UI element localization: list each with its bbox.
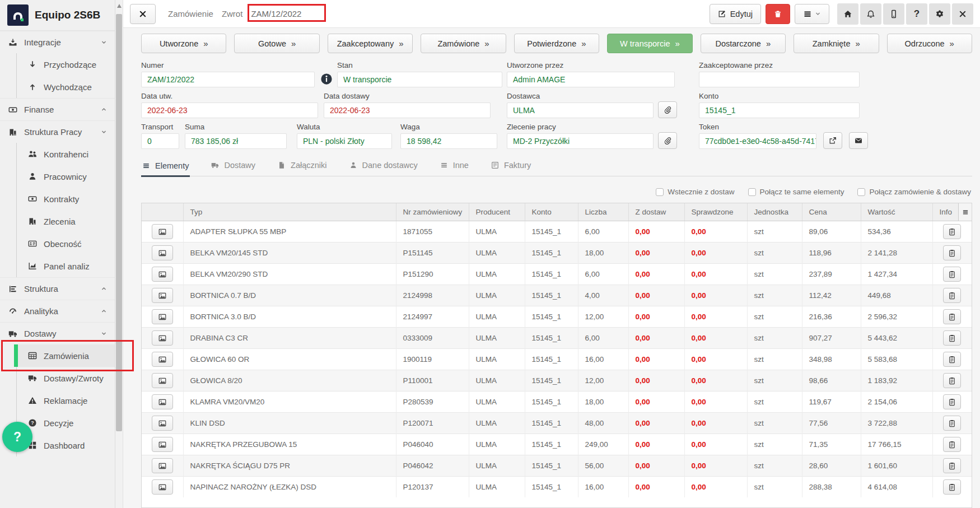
- table-row[interactable]: BORTNICA 0.7 B/D 2124998 ULMA 15145_1 4,…: [142, 285, 972, 306]
- sidebar-item-reklamacje[interactable]: Reklamacje: [17, 389, 115, 412]
- column-liczba[interactable]: Liczba: [578, 203, 628, 221]
- table-row[interactable]: BELKA VM20/145 STD P151145 ULMA 15145_1 …: [142, 243, 972, 264]
- sidebar-item-obecnosc[interactable]: Obecność: [17, 232, 115, 255]
- row-info-button[interactable]: [943, 224, 961, 239]
- sidebar-item-przychodzace[interactable]: Przychodzące: [17, 53, 115, 76]
- status-odrzucone-button[interactable]: Odrzucone»: [887, 34, 972, 53]
- row-image-button[interactable]: [152, 288, 173, 303]
- tab-zalaczniki[interactable]: Załączniki: [277, 156, 328, 176]
- status-gotowe-button[interactable]: Gotowe»: [234, 34, 319, 53]
- menu-dropdown-button[interactable]: [795, 4, 829, 24]
- row-info-button[interactable]: [943, 416, 961, 431]
- token-mail-button[interactable]: [849, 132, 868, 149]
- status-zamowione-button[interactable]: Zamówione»: [421, 34, 506, 53]
- column-nr-zamowieniowy[interactable]: Nr zamówieniowy: [396, 203, 469, 221]
- help-button[interactable]: ?: [906, 3, 927, 25]
- checkbox-icon[interactable]: [656, 188, 664, 196]
- sidebar-item-wychodzace[interactable]: Wychodzące: [17, 76, 115, 98]
- delete-button[interactable]: [766, 4, 790, 24]
- data-utw-value[interactable]: 2022-06-23: [141, 102, 318, 118]
- settings-button[interactable]: [929, 3, 950, 25]
- stan-value[interactable]: W transporcie: [337, 72, 502, 87]
- scrollbar-up-arrow-icon[interactable]: [117, 4, 122, 8]
- row-info-button[interactable]: [943, 394, 961, 409]
- table-row[interactable]: ADAPTER SŁUPKA 55 MBP 1871055 ULMA 15145…: [142, 221, 972, 243]
- sidebar-item-kontrakty[interactable]: Kontrakty: [17, 188, 115, 210]
- row-image-button[interactable]: [152, 245, 173, 260]
- table-row[interactable]: KLAMRA VM20/VM20 P280539 ULMA 15145_1 18…: [142, 392, 972, 413]
- dostawca-link-button[interactable]: [658, 101, 677, 118]
- row-image-button[interactable]: [152, 224, 173, 239]
- close-window-button[interactable]: [952, 3, 973, 25]
- sidebar-item-struktura[interactable]: Struktura: [0, 277, 115, 300]
- status-zamkniete-button[interactable]: Zamknięte»: [794, 34, 879, 53]
- row-info-button[interactable]: [943, 288, 961, 303]
- tab-inne[interactable]: Inne: [439, 156, 470, 176]
- table-row[interactable]: NAKRĘTKA PRZEGUBOWA 15 P046040 ULMA 1514…: [142, 434, 972, 455]
- waluta-value[interactable]: PLN - polski Złoty: [297, 133, 392, 149]
- column-sprawdzone[interactable]: Sprawdzone: [684, 203, 747, 221]
- tab-dostawy[interactable]: Dostawy: [210, 156, 256, 176]
- column-jednostka[interactable]: Jednostka: [747, 203, 802, 221]
- column-cena[interactable]: Cena: [802, 203, 861, 221]
- sidebar-item-decyzje[interactable]: Decyzje: [17, 412, 115, 434]
- row-image-button[interactable]: [152, 352, 173, 367]
- sidebar-item-dostawy-zwroty[interactable]: Dostawy/Zwroty: [17, 367, 115, 389]
- dostawca-value[interactable]: ULMA: [507, 102, 654, 118]
- table-row[interactable]: BORTNICA 3.0 B/D 2124997 ULMA 15145_1 12…: [142, 306, 972, 328]
- utworzone-przez-value[interactable]: Admin AMAGE: [507, 72, 675, 87]
- konto-value[interactable]: 15145_1: [699, 102, 860, 118]
- option-polacz-te-same-elementy[interactable]: Połącz te same elementy: [748, 188, 844, 196]
- row-image-button[interactable]: [152, 309, 173, 324]
- row-info-button[interactable]: [943, 330, 961, 346]
- mobile-button[interactable]: [883, 3, 904, 25]
- sidebar-item-finanse[interactable]: Finanse: [0, 98, 115, 120]
- column-producent[interactable]: Producent: [469, 203, 525, 221]
- checkbox-icon[interactable]: [748, 188, 756, 196]
- sidebar-item-analityka[interactable]: Analityka: [0, 300, 115, 322]
- row-image-button[interactable]: [152, 394, 173, 409]
- sidebar-item-zamowienia[interactable]: Zamówienia: [17, 344, 115, 367]
- help-bubble-button[interactable]: ?: [2, 422, 32, 452]
- home-button[interactable]: [837, 3, 858, 25]
- checkbox-icon[interactable]: [857, 188, 865, 196]
- table-row[interactable]: NAPINACZ NAROŻNY (ŁEZKA) DSD P120137 ULM…: [142, 477, 972, 498]
- transport-value[interactable]: 0: [141, 133, 179, 149]
- tab-dane-dostawcy[interactable]: Dane dostawcy: [348, 156, 419, 176]
- row-info-button[interactable]: [943, 437, 961, 452]
- row-info-button[interactable]: [943, 458, 961, 473]
- info-icon[interactable]: [320, 73, 333, 85]
- status-utworzone-button[interactable]: Utworzone»: [141, 34, 226, 53]
- row-info-button[interactable]: [943, 373, 961, 388]
- zlecenie-link-button[interactable]: [658, 132, 677, 149]
- option-wstecznie-z-dostaw[interactable]: Wstecznie z dostaw: [656, 188, 734, 196]
- data-dostawy-value[interactable]: 2022-06-23: [324, 102, 491, 118]
- column-wartosc[interactable]: Wartość: [861, 203, 932, 221]
- zlecenie-pracy-value[interactable]: MD-2 Przyczółki: [507, 133, 654, 149]
- sidebar-item-panel-analiz[interactable]: Panel analiz: [17, 255, 115, 277]
- table-row[interactable]: NAKRĘTKA ŚCIĄGU D75 PR P046042 ULMA 1514…: [142, 455, 972, 477]
- close-view-button[interactable]: [130, 4, 156, 24]
- table-row[interactable]: BELKA VM20/290 STD P151290 ULMA 15145_1 …: [142, 264, 972, 285]
- status-dostarczone-button[interactable]: Dostarczone»: [701, 34, 786, 53]
- zaakceptowane-przez-value[interactable]: [699, 72, 860, 87]
- token-open-button[interactable]: [823, 132, 842, 149]
- column-konto[interactable]: Konto: [525, 203, 578, 221]
- numer-value[interactable]: ZAM/12/2022: [141, 72, 315, 87]
- sidebar-item-pracownicy[interactable]: Pracownicy: [17, 165, 115, 188]
- row-image-button[interactable]: [152, 437, 173, 452]
- row-info-button[interactable]: [943, 352, 961, 367]
- row-image-button[interactable]: [152, 458, 173, 473]
- status-w-transporcie-button[interactable]: W transporcie»: [607, 34, 692, 53]
- option-polacz-zamowienie-dostawy[interactable]: Połącz zamówienie & dostawy: [857, 188, 971, 196]
- status-zaakceptowany-button[interactable]: Zaakceptowany»: [328, 34, 413, 53]
- row-info-button[interactable]: [943, 479, 961, 495]
- suma-value[interactable]: 783 185,06 zł: [185, 133, 287, 149]
- tab-elementy[interactable]: Elementy: [141, 156, 190, 177]
- notifications-button[interactable]: [860, 3, 881, 25]
- column-typ[interactable]: Typ: [183, 203, 396, 221]
- row-image-button[interactable]: [152, 330, 173, 346]
- sidebar-item-kontrahenci[interactable]: Kontrahenci: [17, 143, 115, 165]
- sidebar-item-integracje[interactable]: Integracje: [0, 31, 115, 53]
- scrollbar-thumb[interactable]: [116, 14, 122, 431]
